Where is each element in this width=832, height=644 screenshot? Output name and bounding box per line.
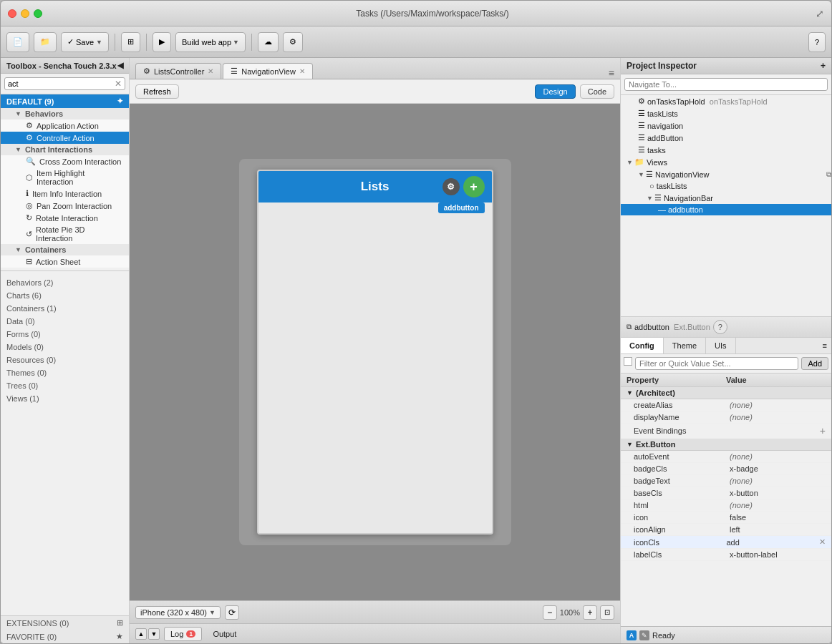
models-category[interactable]: Models (0) (1, 341, 129, 353)
application-action-item[interactable]: ⚙ Application Action (1, 119, 129, 132)
views-category[interactable]: Views (1) (1, 392, 129, 405)
favorite-item[interactable]: FAVORITE (0) ★ (1, 630, 129, 643)
log-down-button[interactable]: ▼ (148, 628, 160, 640)
trees-category[interactable]: Trees (0) (1, 379, 129, 392)
data-category[interactable]: Data (0) (1, 315, 129, 328)
config-tab-uis[interactable]: UIs (706, 338, 736, 353)
tasklists-label: taskLists (647, 109, 678, 118)
tree-item-tasks[interactable]: ☰ tasks (621, 144, 831, 156)
preview-button[interactable]: ▶ (153, 32, 171, 52)
output-tab[interactable]: Output (206, 627, 243, 641)
prop-iconAlign-value[interactable]: left (730, 525, 826, 534)
filter-checkbox[interactable] (624, 357, 632, 366)
config-help-button[interactable]: ? (713, 320, 727, 334)
window-collapse-icon[interactable]: ⤢ (816, 8, 824, 19)
log-tab[interactable]: Log 1 (164, 627, 202, 641)
containers-header[interactable]: ▼ Containers (1, 244, 129, 255)
toolbox-search-input[interactable] (4, 77, 125, 90)
prop-autoEvent-value[interactable]: (none) (730, 452, 826, 461)
tree-item-navigation[interactable]: ☰ navigation (621, 119, 831, 132)
charts-category[interactable]: Charts (6) (1, 289, 129, 302)
rotate-pie-item[interactable]: ↺ Rotate Pie 3D Interaction (1, 224, 129, 244)
zoom-icon: 🔍 (26, 157, 36, 166)
tree-item-taskLists[interactable]: ☰ taskLists (621, 107, 831, 119)
zoom-in-button[interactable]: + (583, 605, 597, 620)
containers-category[interactable]: Containers (1) (1, 302, 129, 315)
design-button[interactable]: Design (535, 84, 575, 99)
add-property-button[interactable]: Add (801, 357, 828, 370)
prop-badgeText-value[interactable]: (none) (730, 477, 826, 485)
prop-badgeCls-value[interactable]: x-badge (730, 464, 826, 473)
resources-category[interactable]: Resources (0) (1, 353, 129, 366)
themes-category[interactable]: Themes (0) (1, 366, 129, 379)
forms-category[interactable]: Forms (0) (1, 328, 129, 341)
toolbox-collapse-icon[interactable]: ◀ (117, 61, 123, 70)
config-tab-config[interactable]: Config (621, 338, 664, 353)
tab-navigation-view[interactable]: ☰ NavigationView ✕ (223, 63, 313, 79)
prop-icon-value[interactable]: false (730, 513, 826, 522)
tree-item-onTasksTapHold[interactable]: ⚙ onTasksTapHold onTasksTapHold (621, 95, 831, 107)
settings-button[interactable]: ⚙ (283, 32, 303, 52)
fit-button[interactable]: ⊡ (600, 605, 614, 620)
prop-displayName-value[interactable]: (none) (730, 413, 826, 421)
behaviors-group-header[interactable]: ▼ Behaviors (1, 108, 129, 119)
phone-content (258, 203, 492, 533)
action-sheet-item[interactable]: ⊟ Action Sheet (1, 255, 129, 268)
refresh-button[interactable]: Refresh (135, 84, 179, 99)
file-save-button[interactable]: ✓ Save ▼ (61, 32, 109, 52)
chart-interactions-header[interactable]: ▼ Chart Interactions (1, 144, 129, 155)
prop-baseCls-value[interactable]: x-button (730, 489, 826, 497)
rotate-item[interactable]: ↻ Rotate Interaction (1, 212, 129, 224)
config-tab-theme[interactable]: Theme (664, 338, 706, 353)
status-text: Ready (652, 631, 675, 640)
add-project-item-button[interactable]: + (821, 61, 826, 71)
prop-createAlias-value[interactable]: (none) (730, 401, 826, 409)
minimize-button[interactable] (21, 9, 29, 18)
cloud-button[interactable]: ☁ (258, 32, 279, 52)
config-list-icon[interactable]: ≡ (818, 338, 831, 353)
navigate-to-input[interactable] (624, 78, 828, 91)
tree-item-navigationview[interactable]: ▼ ☰ NavigationView ⧉ (621, 168, 831, 180)
filter-input[interactable] (635, 357, 798, 370)
device-selector[interactable]: iPhone (320 x 480) ▼ (135, 606, 221, 619)
prop-html-value[interactable]: (none) (730, 501, 826, 509)
behaviors-category[interactable]: Behaviors (2) (1, 276, 129, 289)
tab-lists-controller[interactable]: ⚙ ListsController ✕ (135, 63, 221, 79)
architect-group-header[interactable]: ▼ (Architect) (621, 387, 831, 399)
event-bindings-add-button[interactable]: + (820, 425, 826, 436)
item-highlight-item[interactable]: ⬡ Item Highlight Interaction (1, 167, 129, 187)
device-label: iPhone (320 x 480) (140, 608, 207, 617)
default-section-header[interactable]: DEFAULT (9) ✦ (1, 94, 129, 108)
add-button[interactable]: + (463, 176, 485, 197)
prop-iconCls-delete[interactable]: ✕ (819, 537, 826, 547)
pan-zoom-item[interactable]: ◎ Pan Zoom Interaction (1, 200, 129, 212)
zoom-out-button[interactable]: − (543, 605, 557, 620)
tree-item-addButton[interactable]: ☰ addButton (621, 132, 831, 144)
search-clear-button[interactable]: ✕ (115, 79, 122, 89)
file-open-button[interactable]: 📁 (34, 32, 57, 52)
code-button[interactable]: Code (580, 84, 614, 99)
file-new-button[interactable]: 📄 (6, 32, 29, 52)
tree-item-tasklists2[interactable]: ○ taskLists (621, 180, 831, 192)
help-button[interactable]: ? (808, 32, 826, 52)
controller-action-item[interactable]: ⚙ Controller Action (1, 132, 129, 144)
extbutton-group-header[interactable]: ▼ Ext.Button (621, 439, 831, 451)
extensions-item[interactable]: EXTENSIONS (0) ⊞ (1, 616, 129, 630)
device-rotate-button[interactable]: ⟳ (225, 605, 239, 620)
log-up-button[interactable]: ▲ (135, 628, 147, 640)
editor-tabs-menu[interactable]: ≡ (609, 67, 614, 79)
close-button[interactable] (8, 9, 16, 18)
prop-iconCls-value[interactable]: add (727, 538, 820, 547)
navigation-view-close[interactable]: ✕ (299, 67, 305, 75)
item-info-item[interactable]: ℹ Item Info Interaction (1, 187, 129, 200)
lists-controller-close[interactable]: ✕ (208, 67, 213, 75)
maximize-button[interactable] (34, 9, 42, 18)
tree-item-navigationbar[interactable]: ▼ ☰ NavigationBar (621, 192, 831, 204)
prop-labelCls-value[interactable]: x-button-label (730, 550, 826, 559)
layout-button[interactable]: ⊞ (121, 32, 140, 52)
tree-item-addbutton-selected[interactable]: — addbutton (621, 204, 831, 215)
build-button[interactable]: Build web app ▼ (175, 32, 246, 52)
tree-item-views[interactable]: ▼ 📁 Views (621, 156, 831, 168)
gear-button[interactable]: ⚙ (442, 178, 460, 195)
cross-zoom-item[interactable]: 🔍 Cross Zoom Interaction (1, 155, 129, 167)
